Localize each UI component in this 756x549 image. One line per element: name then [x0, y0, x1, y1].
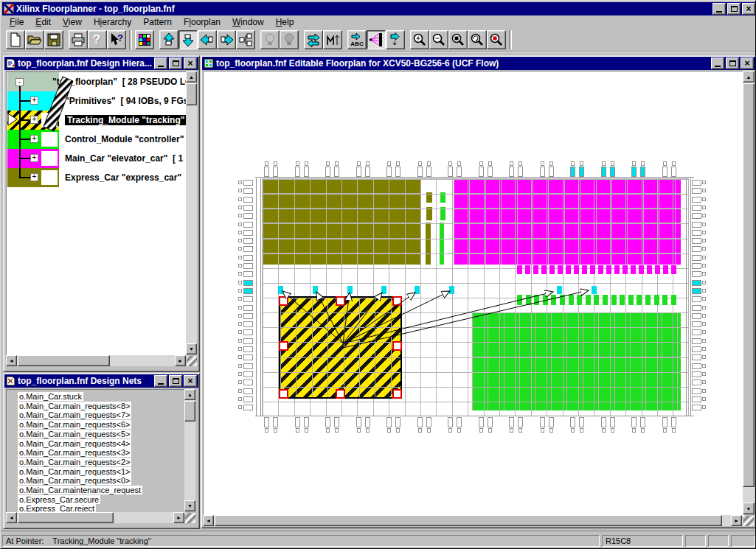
scroll-thumb[interactable]	[215, 515, 722, 526]
floorplan-titlebar[interactable]: top_floorplan.fnf Editable Floorplan for…	[202, 57, 755, 70]
expander-expand[interactable]: +	[30, 173, 38, 181]
nets-maximize-button[interactable]	[169, 375, 182, 387]
highlight-off-button[interactable]	[260, 30, 280, 49]
zoom-out-button[interactable]	[429, 30, 448, 49]
navigate-left-button[interactable]	[198, 30, 217, 49]
scroll-right-icon[interactable]	[731, 515, 742, 526]
zoom-in-button[interactable]	[410, 30, 429, 49]
selection-handle[interactable]	[392, 341, 402, 351]
tracking-module-selected[interactable]	[279, 296, 402, 399]
nets-close-button[interactable]	[184, 375, 197, 387]
nets-minimize-button[interactable]	[154, 375, 167, 387]
nets-vscrollbar[interactable]	[184, 389, 195, 511]
menu-edit[interactable]: Edit	[30, 16, 57, 28]
net-item[interactable]: o.Main_Car.main_requests<5>	[18, 430, 131, 438]
hierarchy-hscrollbar[interactable]	[6, 355, 186, 366]
navigate-right-button[interactable]	[217, 30, 236, 49]
zoom-box-button[interactable]	[448, 30, 468, 49]
floorplan-close-button[interactable]	[741, 57, 754, 69]
hierarchy-maximize-button[interactable]	[169, 57, 182, 69]
menu-help[interactable]: Help	[270, 16, 300, 28]
selection-handle[interactable]	[279, 296, 288, 306]
highlight-on-button[interactable]	[280, 30, 299, 49]
hierarchy-vscrollbar[interactable]	[186, 71, 197, 354]
menu-view[interactable]: View	[57, 16, 88, 28]
scroll-thumb[interactable]	[743, 83, 755, 487]
open-button[interactable]	[25, 30, 44, 49]
floorplan-canvas[interactable]	[203, 71, 744, 516]
show-ratsnest-button[interactable]	[367, 30, 386, 49]
show-ports-button[interactable]	[386, 30, 405, 49]
minimize-button[interactable]	[712, 3, 726, 15]
maximize-button[interactable]	[727, 3, 741, 15]
hierarchy-titlebar[interactable]: top_floorplan.fnf Design Hiera...	[4, 57, 198, 70]
context-help-button[interactable]: ?	[107, 30, 126, 49]
selection-handle[interactable]	[279, 389, 288, 399]
menu-hierarchy[interactable]: Hierarchy	[88, 16, 137, 28]
scroll-left-icon[interactable]	[6, 355, 17, 366]
floorplan-minimize-button[interactable]	[711, 57, 724, 69]
resize-grip[interactable]	[185, 513, 195, 523]
net-item[interactable]: o.Main_Car.main_requests<2>	[18, 458, 131, 466]
selection-handle[interactable]	[336, 296, 345, 306]
scroll-thumb[interactable]	[186, 83, 197, 105]
help-button[interactable]: ??	[88, 30, 107, 49]
net-item[interactable]: o.Main_Car.maintenance_request	[18, 486, 142, 494]
scroll-thumb[interactable]	[18, 512, 114, 523]
net-item[interactable]: o.Main_Car.main_requests<7>	[18, 410, 131, 419]
scroll-up-icon[interactable]	[184, 389, 195, 400]
net-item[interactable]: o.Main_Car.main_requests<4>	[18, 439, 131, 448]
nets-titlebar[interactable]: top_floorplan.fnf Design Nets	[4, 374, 198, 388]
menu-window[interactable]: Window	[226, 16, 270, 28]
selection-handle[interactable]	[279, 341, 288, 351]
scroll-up-icon[interactable]	[743, 71, 755, 83]
floorplan-vscrollbar[interactable]	[743, 71, 755, 514]
scroll-left-icon[interactable]	[6, 512, 17, 523]
swap-sides-button[interactable]	[304, 30, 323, 49]
show-names-button[interactable]: ABC	[347, 30, 367, 49]
hierarchy-minimize-button[interactable]	[154, 57, 167, 69]
navigate-down-button[interactable]	[178, 30, 198, 49]
scroll-right-icon[interactable]	[173, 512, 184, 523]
mirror-bounds-button[interactable]	[323, 30, 342, 49]
net-item[interactable]: o.Main_Car.main_requests<1>	[18, 467, 131, 476]
tree-item-express-car[interactable]: Express_Car "express_car"	[65, 172, 181, 183]
scroll-thumb[interactable]	[184, 401, 195, 422]
scroll-down-icon[interactable]	[743, 503, 755, 514]
resize-grip[interactable]	[187, 356, 197, 366]
hierarchy-close-button[interactable]	[184, 57, 197, 69]
selection-handle[interactable]	[392, 389, 402, 399]
scroll-right-icon[interactable]	[175, 355, 186, 366]
scroll-left-icon[interactable]	[203, 515, 214, 526]
net-item[interactable]: o.Express_Car.secure	[18, 495, 100, 504]
net-item[interactable]: o.Main_Car.main_requests<3>	[18, 448, 131, 457]
floorplan-maximize-button[interactable]	[726, 57, 739, 69]
menu-floorplan[interactable]: Floorplan	[178, 16, 226, 28]
zoom-full-button[interactable]	[468, 30, 487, 49]
zoom-selection-button[interactable]	[487, 30, 506, 49]
scroll-down-icon[interactable]	[184, 500, 195, 511]
net-item[interactable]: o.Main_Car.stuck	[18, 392, 83, 401]
app-titlebar[interactable]: Xilinx Floorplanner - top_floorplan.fnf	[2, 2, 756, 15]
save-button[interactable]	[44, 30, 63, 49]
scroll-down-icon[interactable]	[186, 343, 197, 354]
new-button[interactable]	[6, 30, 25, 49]
net-item[interactable]: o.Main_Car.main_requests<8>	[18, 402, 131, 410]
nets-hscrollbar[interactable]	[6, 512, 184, 523]
hierarchy-view-button[interactable]	[236, 30, 255, 49]
net-item[interactable]: o.Main_Car.main_requests<0>	[18, 476, 131, 485]
floorplan-hscrollbar[interactable]	[203, 515, 743, 526]
expander-expand[interactable]: +	[30, 154, 38, 162]
selection-handle[interactable]	[392, 296, 402, 306]
menu-pattern[interactable]: Pattern	[137, 16, 178, 28]
scroll-thumb[interactable]	[18, 355, 110, 366]
resize-grip[interactable]	[743, 516, 754, 526]
scroll-up-icon[interactable]	[186, 71, 197, 83]
selection-handle[interactable]	[336, 389, 345, 399]
color-palette-button[interactable]	[135, 30, 154, 49]
print-button[interactable]	[69, 30, 88, 49]
navigate-up-button[interactable]	[159, 30, 178, 49]
close-button[interactable]	[742, 3, 755, 15]
tree-item-main-car[interactable]: Main_Car "elevator_car" [ 1	[65, 153, 183, 164]
menu-file[interactable]: File	[4, 16, 30, 28]
